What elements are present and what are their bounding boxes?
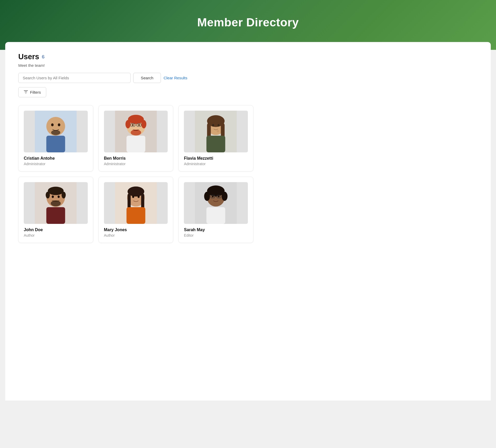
- members-grid: Cristian AntoheAdministrator Ben MorrisA…: [18, 105, 253, 243]
- svg-point-43: [137, 195, 139, 198]
- svg-rect-8: [126, 136, 145, 152]
- member-photo-cristian-antohe: [24, 111, 88, 152]
- member-name-cristian-antohe: Cristian Antohe: [24, 156, 88, 161]
- member-photo-john-doe: [24, 182, 88, 224]
- users-count: 6: [42, 54, 45, 60]
- svg-point-26: [217, 130, 219, 132]
- member-photo-flavia-mezzetti: [184, 111, 248, 152]
- member-photo-mary-jones: [104, 182, 168, 224]
- member-photo-sarah-may: [184, 182, 248, 224]
- svg-rect-2: [46, 136, 65, 152]
- member-role-sarah-may: Editor: [184, 233, 248, 237]
- svg-point-50: [221, 192, 225, 196]
- member-card-flavia-mezzetti[interactable]: Flavia MezzettiAdministrator: [178, 105, 253, 171]
- svg-point-11: [141, 120, 146, 128]
- svg-rect-53: [207, 207, 225, 224]
- svg-point-15: [132, 124, 133, 126]
- svg-point-5: [51, 130, 60, 135]
- users-heading: Users 6: [18, 52, 478, 61]
- search-input[interactable]: [18, 73, 131, 83]
- svg-point-52: [224, 196, 227, 200]
- svg-point-24: [212, 124, 214, 127]
- svg-point-10: [125, 120, 130, 128]
- main-container: Users 6 Meet the team! Search Clear Resu…: [5, 42, 491, 401]
- svg-point-51: [205, 196, 208, 200]
- member-card-cristian-antohe[interactable]: Cristian AntoheAdministrator: [18, 105, 93, 171]
- member-name-ben-morris: Ben Morris: [104, 156, 168, 161]
- clear-results-link[interactable]: Clear Results: [164, 76, 187, 80]
- svg-point-30: [46, 192, 50, 199]
- svg-point-3: [51, 123, 54, 126]
- svg-rect-32: [46, 207, 65, 224]
- filters-button[interactable]: Filters: [18, 87, 46, 97]
- member-card-mary-jones[interactable]: Mary JonesAuthor: [98, 177, 173, 243]
- filter-icon: [24, 90, 28, 95]
- member-role-cristian-antohe: Administrator: [24, 162, 88, 166]
- member-name-sarah-may: Sarah May: [184, 228, 248, 232]
- filters-label: Filters: [30, 90, 41, 94]
- member-name-mary-jones: Mary Jones: [104, 228, 168, 232]
- member-role-john-doe: Author: [24, 233, 88, 237]
- svg-point-33: [52, 195, 54, 198]
- member-role-flavia-mezzetti: Administrator: [184, 162, 248, 166]
- svg-point-4: [58, 123, 60, 126]
- svg-point-29: [48, 187, 64, 195]
- search-button[interactable]: Search: [133, 73, 161, 83]
- member-name-john-doe: John Doe: [24, 228, 88, 232]
- svg-rect-41: [126, 207, 145, 224]
- svg-point-16: [138, 124, 140, 126]
- svg-rect-23: [207, 136, 225, 152]
- member-card-ben-morris[interactable]: Ben MorrisAdministrator: [98, 105, 173, 171]
- svg-point-57: [212, 196, 213, 197]
- users-subtitle: Meet the team!: [18, 63, 478, 68]
- svg-point-42: [132, 195, 134, 198]
- users-title: Users: [18, 52, 39, 61]
- member-name-flavia-mezzetti: Flavia Mezzetti: [184, 156, 248, 161]
- member-role-mary-jones: Author: [104, 233, 168, 237]
- member-card-sarah-may[interactable]: Sarah MayEditor: [178, 177, 253, 243]
- member-card-john-doe[interactable]: John DoeAuthor: [18, 177, 93, 243]
- member-role-ben-morris: Administrator: [104, 162, 168, 166]
- page-title: Member Directory: [5, 16, 491, 29]
- svg-point-58: [218, 196, 220, 197]
- member-photo-ben-morris: [104, 111, 168, 152]
- svg-point-49: [207, 192, 211, 196]
- svg-point-31: [62, 192, 66, 199]
- search-bar: Search Clear Results: [18, 73, 478, 83]
- svg-point-9: [128, 115, 144, 124]
- svg-point-25: [218, 124, 220, 127]
- svg-point-34: [58, 195, 60, 198]
